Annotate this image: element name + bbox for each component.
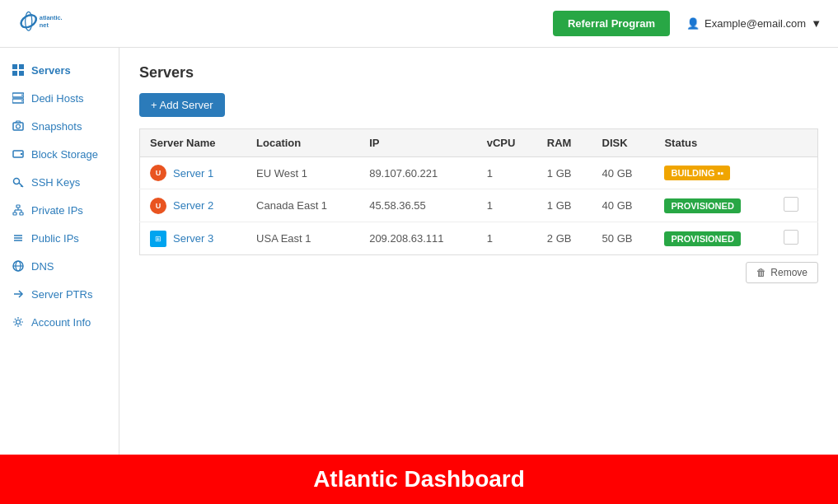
user-icon: 👤	[686, 17, 700, 30]
col-location: Location	[246, 129, 359, 157]
table-footer: 🗑 Remove	[139, 262, 818, 283]
col-ip: IP	[359, 129, 477, 157]
grid-icon	[12, 63, 25, 77]
sidebar-label-server-ptrs: Server PTRs	[31, 288, 92, 301]
sidebar-label-dedi-hosts: Dedi Hosts	[31, 92, 84, 105]
table-row[interactable]: U Server 1 EU West 1 89.107.60.221 1 1 G…	[140, 157, 818, 189]
cell-ram: 1 GB	[537, 189, 592, 222]
ubuntu-icon: U	[150, 198, 166, 214]
camera-icon	[12, 119, 25, 133]
table-header-row: Server Name Location IP vCPU RAM DISK St…	[140, 129, 818, 157]
row-checkbox[interactable]	[784, 230, 798, 245]
sidebar-item-snapshots[interactable]: Snapshots	[0, 112, 119, 140]
sidebar-label-account-info: Account Info	[31, 316, 91, 329]
cell-status: PROVISIONED	[654, 222, 774, 255]
chevron-down-icon: ▼	[811, 17, 822, 30]
user-email: Example@email.com	[705, 17, 806, 30]
table-row[interactable]: ⊞ Server 3 USA East 1 209.208.63.111 1 2…	[140, 222, 818, 255]
cell-server-name: U Server 1	[140, 157, 247, 189]
logo-svg: atlantic. net	[16, 7, 91, 40]
remove-button[interactable]: 🗑 Remove	[746, 262, 818, 283]
bottom-banner: Atlantic Dashboard	[0, 455, 838, 504]
cell-vcpu: 1	[477, 157, 537, 189]
sidebar-label-snapshots: Snapshots	[31, 120, 82, 133]
cell-location: Canada East 1	[246, 189, 359, 222]
cell-vcpu: 1	[477, 222, 537, 255]
sidebar-label-servers: Servers	[31, 64, 71, 77]
bottom-banner-text: Atlantic Dashboard	[313, 466, 525, 492]
ip-icon	[12, 231, 25, 245]
sidebar-label-block-storage: Block Storage	[31, 148, 98, 161]
server-icon	[12, 91, 25, 105]
status-badge: BUILDING ▪▪	[664, 166, 730, 180]
remove-label: Remove	[770, 267, 808, 278]
status-badge: PROVISIONED	[664, 231, 740, 246]
main-content: Servers + Add Server Server Name Locatio…	[119, 48, 838, 455]
cell-select	[774, 157, 817, 189]
cell-disk: 40 GB	[592, 189, 655, 222]
sidebar-item-dns[interactable]: DNS	[0, 252, 119, 280]
sidebar: Servers Dedi Hosts Snapshots Block Stora…	[0, 48, 119, 455]
col-server-name: Server Name	[140, 129, 247, 157]
referral-button[interactable]: Referral Program	[553, 11, 670, 36]
cell-ip: 45.58.36.55	[359, 189, 477, 222]
svg-point-1	[19, 12, 39, 30]
sidebar-label-ssh-keys: SSH Keys	[31, 176, 80, 189]
header: atlantic. net Referral Program 👤 Example…	[0, 0, 838, 48]
sidebar-item-ssh-keys[interactable]: SSH Keys	[0, 168, 119, 196]
col-status: Status	[654, 129, 774, 157]
svg-point-12	[21, 100, 23, 102]
cell-server-name: U Server 2	[140, 189, 247, 222]
cell-status: PROVISIONED	[654, 189, 774, 222]
svg-text:net: net	[40, 21, 49, 29]
svg-text:atlantic.: atlantic.	[40, 14, 63, 21]
remove-icon: 🗑	[756, 267, 766, 278]
row-checkbox[interactable]	[784, 197, 798, 212]
col-ram: RAM	[537, 129, 592, 157]
server-name-text[interactable]: Server 1	[173, 167, 213, 180]
user-menu[interactable]: 👤 Example@email.com ▼	[686, 17, 822, 30]
arrow-icon	[12, 287, 25, 301]
table-row[interactable]: U Server 2 Canada East 1 45.58.36.55 1 1…	[140, 189, 818, 222]
col-vcpu: vCPU	[477, 129, 537, 157]
svg-point-16	[21, 153, 22, 155]
sidebar-label-public-ips: Public IPs	[31, 232, 79, 245]
server-name-text[interactable]: Server 3	[173, 232, 213, 245]
cell-disk: 50 GB	[592, 222, 655, 255]
sidebar-item-servers[interactable]: Servers	[0, 56, 119, 84]
sidebar-label-private-ips: Private IPs	[31, 204, 83, 217]
server-name-text[interactable]: Server 2	[173, 199, 213, 212]
cell-server-name: ⊞ Server 3	[140, 222, 247, 255]
sidebar-item-public-ips[interactable]: Public IPs	[0, 224, 119, 252]
cell-status: BUILDING ▪▪	[654, 157, 774, 189]
ubuntu-icon: U	[150, 165, 166, 181]
sidebar-item-block-storage[interactable]: Block Storage	[0, 140, 119, 168]
sidebar-item-dedi-hosts[interactable]: Dedi Hosts	[0, 84, 119, 112]
layout: Servers Dedi Hosts Snapshots Block Stora…	[0, 48, 838, 455]
hdd-icon	[12, 147, 25, 161]
cell-select	[774, 189, 817, 222]
windows-icon: ⊞	[150, 231, 166, 247]
svg-point-34	[16, 320, 21, 324]
header-right: Referral Program 👤 Example@email.com ▼	[553, 11, 822, 36]
svg-rect-5	[12, 64, 17, 69]
sidebar-item-server-ptrs[interactable]: Server PTRs	[0, 280, 119, 308]
cell-select	[774, 222, 817, 255]
svg-point-11	[21, 95, 23, 96]
sidebar-item-private-ips[interactable]: Private IPs	[0, 196, 119, 224]
svg-rect-7	[12, 71, 17, 76]
cell-ip: 89.107.60.221	[359, 157, 477, 189]
cell-location: EU West 1	[246, 157, 359, 189]
cell-disk: 40 GB	[592, 157, 655, 189]
cell-ip: 209.208.63.111	[359, 222, 477, 255]
logo: atlantic. net	[16, 7, 91, 40]
sidebar-item-account-info[interactable]: Account Info	[0, 308, 119, 336]
svg-rect-22	[20, 212, 23, 215]
cell-ram: 2 GB	[537, 222, 592, 255]
cell-location: USA East 1	[246, 222, 359, 255]
add-server-button[interactable]: + Add Server	[139, 93, 225, 117]
col-disk: DISK	[592, 129, 655, 157]
gear-icon	[12, 315, 25, 329]
status-badge: PROVISIONED	[664, 198, 740, 213]
cell-ram: 1 GB	[537, 157, 592, 189]
